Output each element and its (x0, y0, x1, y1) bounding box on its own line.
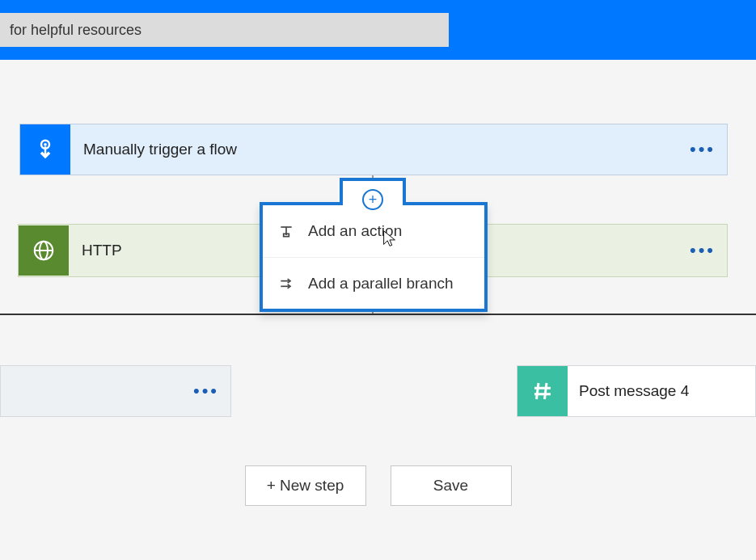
svg-line-10 (537, 383, 539, 399)
globe-icon (19, 225, 69, 276)
parallel-branch-icon (277, 276, 295, 292)
menu-add-action[interactable]: Add an action (263, 205, 484, 257)
trigger-more-button[interactable]: ••• (678, 139, 727, 160)
save-button[interactable]: Save (391, 465, 512, 506)
menu-add-action-label: Add an action (308, 222, 402, 240)
trigger-step-card[interactable]: Manually trigger a flow ••• (19, 124, 728, 175)
post-message-card[interactable]: Post message 4 (517, 365, 756, 417)
branch-left-more-button[interactable]: ••• (182, 381, 230, 402)
menu-add-parallel[interactable]: Add a parallel branch (263, 257, 484, 309)
branch-left-card[interactable]: ••• (0, 365, 231, 417)
svg-line-11 (545, 383, 547, 399)
menu-add-parallel-label: Add a parallel branch (308, 275, 454, 293)
trigger-title: Manually trigger a flow (70, 141, 678, 158)
hash-icon (517, 366, 568, 416)
plus-icon: + (362, 189, 383, 210)
add-action-icon (277, 223, 295, 239)
post-message-title: Post message 4 (568, 382, 755, 400)
insert-step-menu: Add an action Add a parallel branch (260, 202, 488, 312)
search-input[interactable] (0, 13, 449, 47)
touch-icon (20, 124, 70, 175)
flow-canvas: Manually trigger a flow ••• HTTP ••• + A… (0, 60, 756, 560)
insert-step-button[interactable]: + (340, 178, 406, 205)
new-step-button[interactable]: + New step (245, 465, 366, 506)
header-bar (0, 0, 756, 60)
branch-line (0, 314, 756, 315)
bottom-button-row: + New step Save (0, 465, 756, 506)
svg-point-1 (44, 143, 47, 146)
http-more-button[interactable]: ••• (678, 240, 727, 261)
